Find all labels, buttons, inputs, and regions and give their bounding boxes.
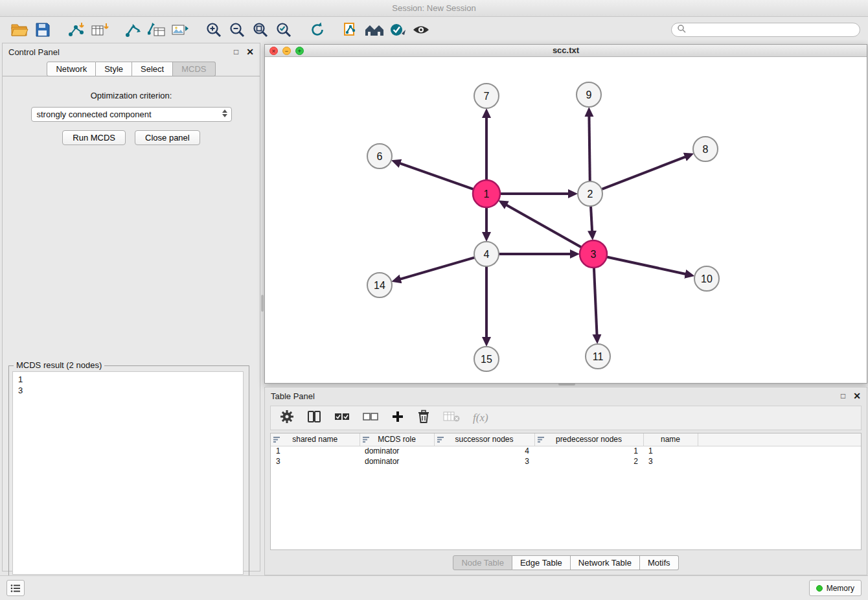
graph-node-1[interactable]: 1 — [473, 180, 500, 207]
graph-node-11[interactable]: 11 — [586, 344, 610, 369]
zoom-fit-icon[interactable] — [249, 19, 272, 40]
open-session-icon[interactable] — [8, 19, 31, 40]
search-input[interactable] — [689, 25, 854, 34]
cell-mcds-role[interactable]: dominator — [360, 446, 434, 456]
edge-2-9[interactable] — [589, 115, 589, 181]
apply-style-icon[interactable] — [386, 19, 409, 40]
column-header-shared-name[interactable]: shared name — [271, 433, 360, 446]
window-zoom-icon[interactable]: + — [295, 47, 304, 55]
criterion-select[interactable]: strongly connected component — [31, 107, 232, 122]
clone-network-icon[interactable] — [339, 19, 363, 40]
tab-network-table[interactable]: Network Table — [571, 555, 640, 570]
delete-table-icon — [443, 411, 460, 425]
column-header-mcds-role[interactable]: MCDS role — [360, 433, 434, 446]
mcds-panel-body: Optimization criterion: strongly connect… — [3, 91, 260, 582]
close-panel-button[interactable]: Close panel — [135, 130, 200, 145]
zoom-out-icon[interactable] — [225, 19, 249, 40]
tab-network[interactable]: Network — [47, 62, 96, 76]
graph-node-9[interactable]: 9 — [577, 82, 601, 107]
app-title: Session: New Session — [392, 3, 475, 13]
cell-name[interactable]: 1 — [643, 446, 698, 456]
vertical-splitter-handle[interactable] — [261, 295, 264, 312]
eye-icon[interactable] — [409, 19, 433, 40]
column-header-successor-nodes[interactable]: successor nodes — [434, 433, 534, 446]
window-close-icon[interactable]: × — [269, 47, 278, 55]
table-panel-tabs: Node Table Edge Table Network Table Moti… — [265, 555, 867, 570]
deselect-all-columns-icon[interactable] — [363, 412, 378, 424]
tab-select[interactable]: Select — [132, 62, 173, 76]
graph-node-6[interactable]: 6 — [367, 144, 392, 168]
graph-node-14[interactable]: 14 — [367, 273, 392, 297]
new-network-icon[interactable] — [122, 19, 145, 40]
edge-1-6[interactable] — [399, 163, 474, 189]
zoom-selected-icon[interactable] — [272, 19, 295, 40]
graph-node-10[interactable]: 10 — [694, 266, 719, 291]
window-minimize-icon[interactable]: − — [282, 47, 291, 55]
select-all-columns-icon[interactable] — [334, 412, 350, 424]
tab-edge-table[interactable]: Edge Table — [512, 555, 571, 570]
float-panel-icon[interactable]: □ — [841, 392, 845, 400]
run-mcds-button[interactable]: Run MCDS — [62, 130, 126, 145]
split-columns-icon[interactable] — [307, 410, 321, 426]
criterion-selected-value: strongly connected component — [37, 110, 152, 119]
cell-shared-name[interactable]: 1 — [271, 446, 360, 456]
delete-column-icon[interactable] — [417, 410, 430, 426]
edge-4-14[interactable] — [400, 257, 475, 279]
save-session-icon[interactable] — [31, 19, 54, 40]
svg-text:3: 3 — [591, 249, 597, 260]
task-history-button[interactable] — [6, 580, 25, 596]
cell-successor-nodes[interactable]: 3 — [434, 456, 534, 467]
home-icon[interactable] — [363, 19, 386, 40]
edge-3-10[interactable] — [607, 257, 687, 274]
mcds-result-group: MCDS result (2 nodes) 1 3 — [8, 365, 249, 579]
cell-mcds-role[interactable]: dominator — [360, 456, 434, 467]
memory-button[interactable]: Memory — [809, 580, 862, 596]
cell-predecessor-nodes[interactable]: 1 — [534, 446, 643, 456]
graph-node-7[interactable]: 7 — [474, 84, 499, 108]
graph-node-3[interactable]: 3 — [580, 240, 607, 268]
edge-3-1[interactable] — [506, 205, 582, 248]
refresh-view-icon[interactable] — [306, 19, 329, 40]
memory-label: Memory — [827, 584, 854, 593]
cell-predecessor-nodes[interactable]: 2 — [534, 456, 643, 467]
edge-2-8[interactable] — [602, 157, 686, 190]
tab-mcds[interactable]: MCDS — [173, 62, 215, 76]
search-field[interactable] — [671, 23, 860, 37]
export-image-icon[interactable] — [168, 19, 192, 40]
import-table-icon[interactable] — [88, 19, 111, 40]
network-canvas[interactable]: 7968124314101511 — [265, 57, 867, 383]
graph-node-2[interactable]: 2 — [578, 181, 602, 206]
edge-2-3[interactable] — [591, 206, 592, 232]
graph-node-4[interactable]: 4 — [474, 242, 499, 266]
column-header-name[interactable]: name — [643, 433, 698, 446]
mcds-result-line: 3 — [18, 385, 238, 396]
control-panel: Control Panel □ ✕ Network Style Select M… — [2, 43, 260, 571]
table-row[interactable]: 1 dominator 4 1 1 — [271, 446, 861, 456]
table-panel: Table Panel □ ✕ — [264, 387, 867, 575]
import-network-icon[interactable] — [65, 19, 88, 40]
close-panel-icon[interactable]: ✕ — [853, 391, 861, 400]
tab-node-table[interactable]: Node Table — [453, 555, 512, 570]
table-row[interactable]: 3 dominator 3 2 3 — [271, 456, 861, 467]
cell-successor-nodes[interactable]: 4 — [434, 446, 534, 456]
cell-shared-name[interactable]: 3 — [271, 456, 360, 467]
tab-motifs[interactable]: Motifs — [640, 555, 679, 570]
window-controls: × − + — [269, 47, 304, 55]
column-header-predecessor-nodes[interactable]: predecessor nodes — [534, 433, 643, 446]
graph-node-8[interactable]: 8 — [693, 137, 718, 161]
table-settings-gear-icon[interactable] — [280, 410, 294, 426]
float-panel-icon[interactable]: □ — [234, 48, 238, 56]
zoom-in-icon[interactable] — [202, 19, 225, 40]
network-window-title: scc.txt — [553, 45, 579, 55]
mcds-result-list[interactable]: 1 3 — [12, 371, 244, 575]
network-table-icon[interactable] — [145, 19, 168, 40]
add-column-icon[interactable] — [391, 410, 404, 426]
network-window-titlebar[interactable]: × − + scc.txt — [265, 45, 867, 57]
table-header-row: shared name MCDS role successor nodes — [271, 433, 861, 446]
tab-style[interactable]: Style — [96, 62, 132, 76]
column-header-filler — [698, 433, 861, 446]
close-panel-icon[interactable]: ✕ — [246, 47, 254, 56]
cell-name[interactable]: 3 — [643, 456, 698, 467]
edge-3-11[interactable] — [594, 268, 597, 336]
graph-node-15[interactable]: 15 — [474, 347, 499, 371]
